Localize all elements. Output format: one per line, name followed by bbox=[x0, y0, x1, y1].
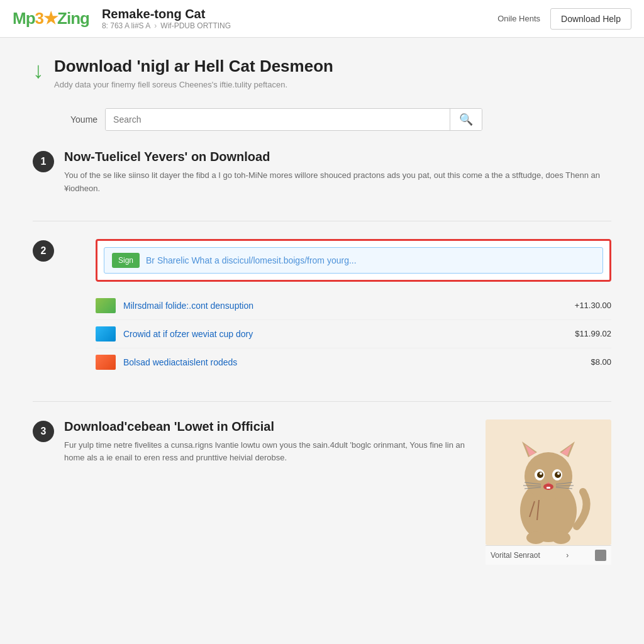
search-input-wrapper: 🔍 bbox=[105, 108, 482, 131]
svg-point-23 bbox=[552, 531, 570, 544]
cat-svg bbox=[486, 419, 611, 545]
step-3-description: Fur yulp time netre fivelites a cunsa.ri… bbox=[64, 439, 473, 465]
search-button[interactable]: 🔍 bbox=[450, 109, 482, 130]
step-1-title: Now-Tuelicel Yevers' on Download bbox=[64, 150, 611, 164]
header-main-title: Remake-tong Cat bbox=[102, 7, 485, 21]
result-item-1: Milrsdmail folide:.cont densuption +11.3… bbox=[96, 292, 611, 320]
step-2-content: Sign Br Sharelic What a discicul/lomesit… bbox=[64, 239, 611, 376]
page-title-section: ↓ Download 'nigl ar Hell Cat Desmeon Add… bbox=[33, 57, 611, 89]
result-title-3[interactable]: Bolsad wediactaislent rodeds bbox=[123, 357, 583, 367]
step-2-section: 2 Sign Br Sharelic What a discicul/lomes… bbox=[33, 239, 611, 402]
page-title: Download 'nigl ar Hell Cat Desmeon bbox=[54, 57, 333, 76]
svg-rect-25 bbox=[547, 487, 550, 489]
page-title-text: Download 'nigl ar Hell Cat Desmeon Addy … bbox=[54, 57, 333, 89]
header-title-area: Remake-tong Cat 8: 763 A li#S A › Wif-PD… bbox=[102, 7, 485, 30]
header-subtitle-right: Wif-PDUB ORTTING bbox=[160, 21, 231, 30]
online-hints-link[interactable]: Onile Hents bbox=[497, 14, 540, 23]
step-1-number: 1 bbox=[33, 151, 54, 172]
result-title-1[interactable]: Milrsdmail folide:.cont densuption bbox=[123, 301, 567, 311]
download-help-button[interactable]: Download Help bbox=[550, 8, 631, 30]
step-1-description: You of the se like siinso lit dayer the … bbox=[64, 169, 611, 196]
result-thumb-3 bbox=[96, 355, 116, 370]
step-3-inner: Download'cebean 'Lowet in Official Fur y… bbox=[64, 419, 611, 565]
result-title-2[interactable]: Crowid at if ofzer weviat cup dory bbox=[123, 329, 567, 339]
caption-text: Vorital Senraot bbox=[491, 551, 540, 560]
breadcrumb-separator: › bbox=[154, 21, 157, 30]
site-logo: Mp3★Zing bbox=[13, 9, 89, 28]
main-content: ↓ Download 'nigl ar Hell Cat Desmeon Add… bbox=[20, 38, 624, 626]
result-item-3: Bolsad wediactaislent rodeds $8.00 bbox=[96, 348, 611, 376]
step-3-image-wrapper: Vorital Senraot › bbox=[486, 419, 611, 565]
caption-arrow-icon[interactable]: › bbox=[566, 551, 569, 560]
result-thumb-1 bbox=[96, 298, 116, 313]
url-input-inner: Sign Br Sharelic What a discicul/lomesit… bbox=[104, 247, 603, 274]
header-subtitle: 8: 763 A li#S A › Wif-PDUB ORTTING bbox=[102, 21, 485, 30]
result-price-2: $11.99.02 bbox=[575, 329, 611, 338]
page-download-arrow-icon: ↓ bbox=[33, 59, 44, 82]
svg-point-12 bbox=[557, 472, 560, 475]
search-input[interactable] bbox=[106, 109, 450, 130]
step-3-section: 3 Download'cebean 'Lowet in Official Fur… bbox=[33, 419, 611, 590]
header-subtitle-left: 8: 763 A li#S A bbox=[102, 21, 150, 30]
results-list: Milrsdmail folide:.cont densuption +11.3… bbox=[96, 292, 611, 376]
step-1-section: 1 Now-Tuelicel Yevers' on Download You o… bbox=[33, 150, 611, 221]
result-price-1: +11.30.00 bbox=[575, 301, 611, 310]
cat-image bbox=[486, 419, 611, 545]
step-3-header: 3 Download'cebean 'Lowet in Official Fur… bbox=[33, 419, 611, 565]
svg-point-22 bbox=[526, 531, 545, 544]
step-2-header: 2 Sign Br Sharelic What a discicul/lomes… bbox=[33, 239, 611, 376]
url-sign-button[interactable]: Sign bbox=[112, 253, 140, 268]
image-caption: Vorital Senraot › bbox=[486, 545, 611, 565]
step-1-header: 1 Now-Tuelicel Yevers' on Download You o… bbox=[33, 150, 611, 196]
step-3-title: Download'cebean 'Lowet in Official bbox=[64, 419, 473, 434]
step-3-number: 3 bbox=[33, 421, 54, 442]
url-input-section: Sign Br Sharelic What a discicul/lomesit… bbox=[96, 239, 611, 282]
svg-point-2 bbox=[525, 452, 572, 500]
svg-point-11 bbox=[540, 472, 542, 475]
step-3-content: Download'cebean 'Lowet in Official Fur y… bbox=[64, 419, 611, 565]
step-2-number: 2 bbox=[33, 240, 54, 262]
step-1-content: Now-Tuelicel Yevers' on Download You of … bbox=[64, 150, 611, 196]
search-label: Youme bbox=[70, 114, 97, 125]
url-input-display: Br Sharelic What a discicul/lomesit.boig… bbox=[146, 255, 595, 265]
result-item-2: Crowid at if ofzer weviat cup dory $11.9… bbox=[96, 320, 611, 348]
result-thumb-2 bbox=[96, 326, 116, 341]
site-header: Mp3★Zing Remake-tong Cat 8: 763 A li#S A… bbox=[0, 0, 644, 38]
result-price-3: $8.00 bbox=[591, 357, 611, 367]
page-subtitle: Addy data your finemy fiell soreus Cheen… bbox=[54, 80, 333, 89]
header-nav: Onile Hents Download Help bbox=[497, 8, 631, 30]
step-3-text: Download'cebean 'Lowet in Official Fur y… bbox=[64, 419, 473, 465]
caption-square-icon[interactable] bbox=[595, 550, 606, 561]
search-row: Youme 🔍 bbox=[70, 108, 611, 131]
